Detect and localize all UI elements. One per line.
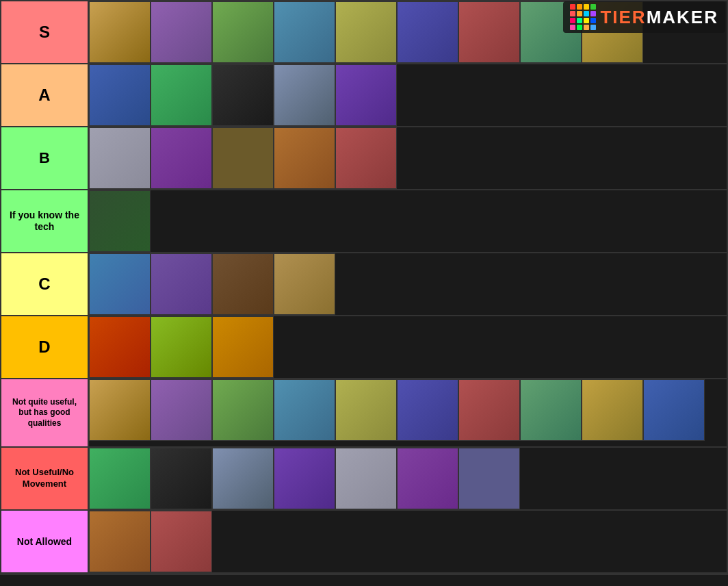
list-item[interactable] <box>89 127 151 189</box>
list-item[interactable] <box>397 448 458 509</box>
list-item[interactable] <box>151 253 212 315</box>
list-item[interactable] <box>274 1 335 63</box>
tier-items-d <box>88 316 727 378</box>
list-item[interactable] <box>89 190 151 252</box>
list-item[interactable] <box>335 448 397 509</box>
logo-text: TiERMAKER <box>600 7 718 28</box>
tier-list-wrapper: TiERMAKER S A <box>0 0 728 575</box>
logo-grid <box>570 4 596 30</box>
list-item[interactable] <box>89 64 151 126</box>
list-item[interactable] <box>274 379 335 441</box>
list-item[interactable] <box>89 1 151 63</box>
list-item[interactable] <box>582 379 643 441</box>
tier-row-c: C <box>1 253 727 316</box>
tier-list: S A <box>0 0 728 575</box>
tier-items-notuseful <box>88 448 727 509</box>
list-item[interactable] <box>212 379 274 441</box>
tier-row-notallowed: Not Allowed <box>1 511 727 574</box>
tiermaker-logo: TiERMAKER <box>563 1 725 33</box>
tier-row-b: B <box>1 127 727 190</box>
list-item[interactable] <box>89 253 151 315</box>
tier-label-notuseful: Not Useful/No Movement <box>1 448 88 509</box>
tier-label-d: D <box>1 316 88 378</box>
tier-label-b: B <box>1 127 88 189</box>
list-item[interactable] <box>274 253 335 315</box>
tier-label-s: S <box>1 1 88 63</box>
list-item[interactable] <box>212 253 274 315</box>
tier-row-notquite: Not quite useful, but has good qualities <box>1 379 727 448</box>
tier-items-a <box>88 64 727 126</box>
list-item[interactable] <box>212 1 274 63</box>
list-item[interactable] <box>151 511 212 572</box>
list-item[interactable] <box>151 448 212 509</box>
list-item[interactable] <box>643 379 705 441</box>
list-item[interactable] <box>520 379 582 441</box>
list-item[interactable] <box>274 127 335 189</box>
tier-items-c <box>88 253 727 315</box>
list-item[interactable] <box>458 448 520 509</box>
list-item[interactable] <box>397 379 458 441</box>
tier-label-notallowed: Not Allowed <box>1 511 88 572</box>
tier-label-ifknow: If you know the tech <box>1 190 88 252</box>
list-item[interactable] <box>335 1 397 63</box>
tier-items-notallowed <box>88 511 727 572</box>
list-item[interactable] <box>335 127 397 189</box>
tier-label-c: C <box>1 253 88 315</box>
list-item[interactable] <box>212 127 274 189</box>
list-item[interactable] <box>89 448 151 509</box>
tier-row-notuseful: Not Useful/No Movement <box>1 448 727 511</box>
list-item[interactable] <box>89 379 151 441</box>
list-item[interactable] <box>274 448 335 509</box>
tier-row-a: A <box>1 64 727 127</box>
list-item[interactable] <box>151 316 212 378</box>
tier-label-a: A <box>1 64 88 126</box>
list-item[interactable] <box>212 316 274 378</box>
tier-items-b <box>88 127 727 189</box>
tier-items-ifknow <box>88 190 727 252</box>
tier-items-notquite <box>88 379 727 446</box>
list-item[interactable] <box>212 64 274 126</box>
list-item[interactable] <box>151 64 212 126</box>
list-item[interactable] <box>212 448 274 509</box>
tier-row-d: D <box>1 316 727 379</box>
tier-label-notquite: Not quite useful, but has good qualities <box>1 379 88 446</box>
list-item[interactable] <box>458 1 520 63</box>
list-item[interactable] <box>458 379 520 441</box>
list-item[interactable] <box>151 127 212 189</box>
list-item[interactable] <box>335 64 397 126</box>
list-item[interactable] <box>397 1 458 63</box>
tier-row-ifknow: If you know the tech <box>1 190 727 253</box>
list-item[interactable] <box>151 1 212 63</box>
list-item[interactable] <box>274 64 335 126</box>
list-item[interactable] <box>89 511 151 572</box>
list-item[interactable] <box>151 379 212 441</box>
list-item[interactable] <box>335 379 397 441</box>
list-item[interactable] <box>89 316 151 378</box>
